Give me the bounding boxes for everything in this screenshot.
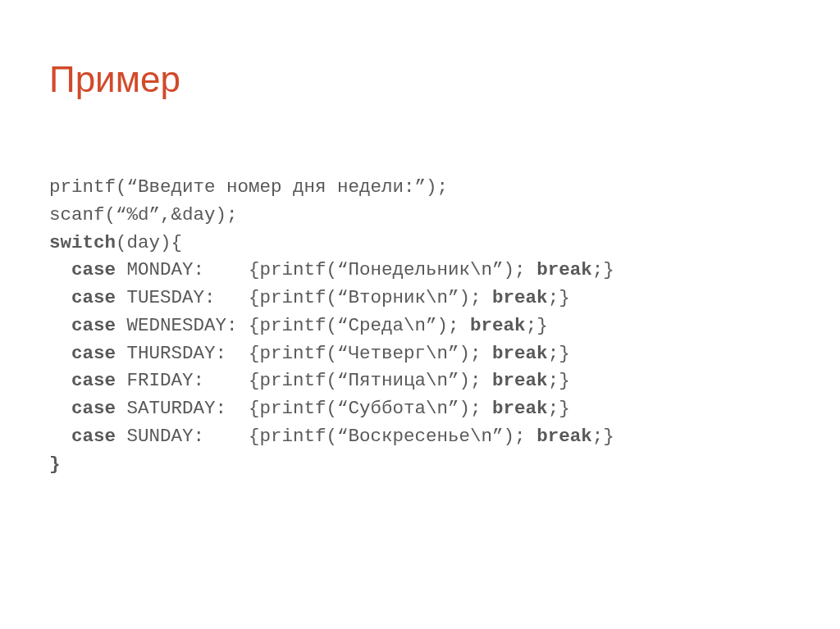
code-indent — [49, 315, 71, 336]
code-text: ;} — [548, 287, 570, 308]
code-text: ;} — [592, 259, 614, 280]
code-keyword: case — [71, 259, 116, 280]
code-text: } — [49, 454, 61, 475]
code-keyword: case — [71, 315, 116, 336]
code-keyword: break — [492, 287, 548, 308]
code-keyword: case — [71, 426, 116, 447]
code-text: (day){ — [116, 232, 182, 253]
code-indent — [49, 370, 71, 391]
code-line: printf(“Введите номер дня недели:”); — [49, 176, 448, 198]
code-indent — [49, 259, 71, 280]
code-indent — [49, 398, 71, 419]
code-text: ;} — [548, 370, 570, 391]
code-keyword: break — [492, 398, 548, 419]
code-keyword: case — [71, 398, 116, 419]
code-line: scanf(“%d”,&day); — [49, 204, 238, 226]
code-keyword: case — [71, 287, 116, 308]
code-keyword: break — [492, 343, 548, 364]
code-text: SUNDAY: {printf(“Воскресенье\n”); — [116, 426, 536, 447]
code-text: SATURDAY: {printf(“Суббота\n”); — [116, 398, 492, 419]
code-text: FRIDAY: {printf(“Пятница\n”); — [116, 370, 492, 391]
slide-title: Пример — [49, 59, 791, 100]
code-keyword: switch — [49, 232, 116, 253]
code-block: printf(“Введите номер дня недели:”); sca… — [49, 174, 791, 478]
code-text: TUESDAY: {printf(“Вторник\n”); — [116, 287, 492, 308]
code-keyword: break — [470, 315, 526, 336]
code-indent — [49, 287, 71, 308]
code-text: WEDNESDAY: {printf(“Среда\n”); — [116, 315, 470, 336]
code-text: MONDAY: {printf(“Понедельник\n”); — [116, 259, 536, 280]
code-text: THURSDAY: {printf(“Четверг\n”); — [116, 343, 492, 364]
code-text: ;} — [548, 398, 570, 419]
code-indent — [49, 343, 71, 364]
code-text: ;} — [592, 426, 614, 447]
code-indent — [49, 426, 71, 447]
code-keyword: break — [536, 426, 592, 447]
code-text: ;} — [526, 315, 548, 336]
slide: Пример printf(“Введите номер дня недели:… — [0, 0, 840, 629]
code-keyword: break — [536, 259, 592, 280]
code-keyword: break — [492, 370, 548, 391]
code-keyword: case — [71, 370, 116, 391]
code-text: ;} — [548, 343, 570, 364]
code-keyword: case — [71, 343, 116, 364]
